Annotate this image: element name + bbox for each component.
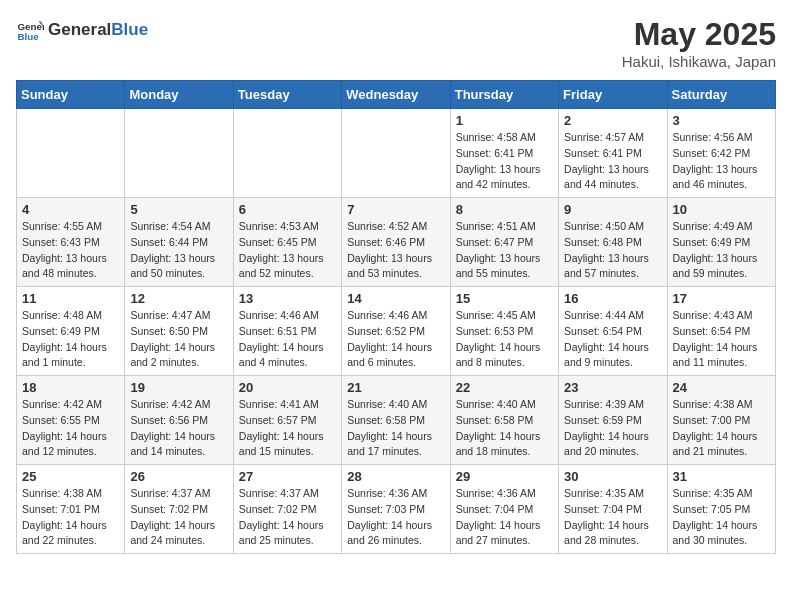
day-number: 14 [347,291,444,306]
day-info: Sunrise: 4:42 AM Sunset: 6:56 PM Dayligh… [130,397,227,460]
calendar-cell: 11Sunrise: 4:48 AM Sunset: 6:49 PM Dayli… [17,287,125,376]
calendar-week-row: 1Sunrise: 4:58 AM Sunset: 6:41 PM Daylig… [17,109,776,198]
day-info: Sunrise: 4:47 AM Sunset: 6:50 PM Dayligh… [130,308,227,371]
day-number: 12 [130,291,227,306]
calendar-cell: 28Sunrise: 4:36 AM Sunset: 7:03 PM Dayli… [342,465,450,554]
weekday-header: Sunday [17,81,125,109]
weekday-header: Tuesday [233,81,341,109]
calendar-cell: 21Sunrise: 4:40 AM Sunset: 6:58 PM Dayli… [342,376,450,465]
day-info: Sunrise: 4:49 AM Sunset: 6:49 PM Dayligh… [673,219,770,282]
day-number: 26 [130,469,227,484]
day-number: 1 [456,113,553,128]
calendar-cell: 26Sunrise: 4:37 AM Sunset: 7:02 PM Dayli… [125,465,233,554]
calendar-cell: 10Sunrise: 4:49 AM Sunset: 6:49 PM Dayli… [667,198,775,287]
weekday-header: Thursday [450,81,558,109]
calendar-cell: 6Sunrise: 4:53 AM Sunset: 6:45 PM Daylig… [233,198,341,287]
day-number: 22 [456,380,553,395]
day-info: Sunrise: 4:40 AM Sunset: 6:58 PM Dayligh… [347,397,444,460]
day-info: Sunrise: 4:36 AM Sunset: 7:03 PM Dayligh… [347,486,444,549]
calendar-week-row: 18Sunrise: 4:42 AM Sunset: 6:55 PM Dayli… [17,376,776,465]
title-area: May 2025 Hakui, Ishikawa, Japan [622,16,776,70]
day-info: Sunrise: 4:54 AM Sunset: 6:44 PM Dayligh… [130,219,227,282]
day-info: Sunrise: 4:43 AM Sunset: 6:54 PM Dayligh… [673,308,770,371]
calendar-cell: 24Sunrise: 4:38 AM Sunset: 7:00 PM Dayli… [667,376,775,465]
day-number: 2 [564,113,661,128]
calendar-cell [233,109,341,198]
day-number: 20 [239,380,336,395]
day-number: 7 [347,202,444,217]
day-info: Sunrise: 4:45 AM Sunset: 6:53 PM Dayligh… [456,308,553,371]
calendar-cell: 3Sunrise: 4:56 AM Sunset: 6:42 PM Daylig… [667,109,775,198]
day-info: Sunrise: 4:44 AM Sunset: 6:54 PM Dayligh… [564,308,661,371]
calendar-cell: 30Sunrise: 4:35 AM Sunset: 7:04 PM Dayli… [559,465,667,554]
page-header: General Blue GeneralBlue May 2025 Hakui,… [16,16,776,70]
day-number: 9 [564,202,661,217]
day-number: 31 [673,469,770,484]
day-info: Sunrise: 4:38 AM Sunset: 7:00 PM Dayligh… [673,397,770,460]
day-info: Sunrise: 4:35 AM Sunset: 7:05 PM Dayligh… [673,486,770,549]
calendar-cell: 20Sunrise: 4:41 AM Sunset: 6:57 PM Dayli… [233,376,341,465]
day-info: Sunrise: 4:40 AM Sunset: 6:58 PM Dayligh… [456,397,553,460]
svg-text:Blue: Blue [17,31,39,42]
day-info: Sunrise: 4:37 AM Sunset: 7:02 PM Dayligh… [239,486,336,549]
calendar-table: SundayMondayTuesdayWednesdayThursdayFrid… [16,80,776,554]
calendar-week-row: 4Sunrise: 4:55 AM Sunset: 6:43 PM Daylig… [17,198,776,287]
day-info: Sunrise: 4:58 AM Sunset: 6:41 PM Dayligh… [456,130,553,193]
day-info: Sunrise: 4:50 AM Sunset: 6:48 PM Dayligh… [564,219,661,282]
day-number: 3 [673,113,770,128]
day-info: Sunrise: 4:37 AM Sunset: 7:02 PM Dayligh… [130,486,227,549]
day-number: 24 [673,380,770,395]
calendar-cell: 27Sunrise: 4:37 AM Sunset: 7:02 PM Dayli… [233,465,341,554]
day-number: 15 [456,291,553,306]
weekday-header: Saturday [667,81,775,109]
calendar-cell: 19Sunrise: 4:42 AM Sunset: 6:56 PM Dayli… [125,376,233,465]
day-number: 6 [239,202,336,217]
logo: General Blue GeneralBlue [16,16,148,44]
day-info: Sunrise: 4:52 AM Sunset: 6:46 PM Dayligh… [347,219,444,282]
calendar-cell: 7Sunrise: 4:52 AM Sunset: 6:46 PM Daylig… [342,198,450,287]
day-info: Sunrise: 4:48 AM Sunset: 6:49 PM Dayligh… [22,308,119,371]
day-number: 4 [22,202,119,217]
calendar-cell: 1Sunrise: 4:58 AM Sunset: 6:41 PM Daylig… [450,109,558,198]
calendar-cell: 9Sunrise: 4:50 AM Sunset: 6:48 PM Daylig… [559,198,667,287]
day-number: 18 [22,380,119,395]
calendar-cell: 31Sunrise: 4:35 AM Sunset: 7:05 PM Dayli… [667,465,775,554]
calendar-cell: 22Sunrise: 4:40 AM Sunset: 6:58 PM Dayli… [450,376,558,465]
logo-icon: General Blue [16,16,44,44]
day-info: Sunrise: 4:46 AM Sunset: 6:51 PM Dayligh… [239,308,336,371]
calendar-cell: 5Sunrise: 4:54 AM Sunset: 6:44 PM Daylig… [125,198,233,287]
calendar-cell: 13Sunrise: 4:46 AM Sunset: 6:51 PM Dayli… [233,287,341,376]
calendar-cell: 2Sunrise: 4:57 AM Sunset: 6:41 PM Daylig… [559,109,667,198]
month-title: May 2025 [622,16,776,53]
calendar-cell: 25Sunrise: 4:38 AM Sunset: 7:01 PM Dayli… [17,465,125,554]
day-number: 30 [564,469,661,484]
day-number: 16 [564,291,661,306]
day-number: 25 [22,469,119,484]
location-title: Hakui, Ishikawa, Japan [622,53,776,70]
day-number: 10 [673,202,770,217]
calendar-cell: 8Sunrise: 4:51 AM Sunset: 6:47 PM Daylig… [450,198,558,287]
day-number: 8 [456,202,553,217]
calendar-cell: 29Sunrise: 4:36 AM Sunset: 7:04 PM Dayli… [450,465,558,554]
weekday-header: Monday [125,81,233,109]
calendar-cell: 18Sunrise: 4:42 AM Sunset: 6:55 PM Dayli… [17,376,125,465]
calendar-cell: 12Sunrise: 4:47 AM Sunset: 6:50 PM Dayli… [125,287,233,376]
calendar-cell: 15Sunrise: 4:45 AM Sunset: 6:53 PM Dayli… [450,287,558,376]
calendar-week-row: 25Sunrise: 4:38 AM Sunset: 7:01 PM Dayli… [17,465,776,554]
weekday-header: Wednesday [342,81,450,109]
day-number: 17 [673,291,770,306]
day-number: 27 [239,469,336,484]
calendar-header-row: SundayMondayTuesdayWednesdayThursdayFrid… [17,81,776,109]
logo-blue-text: Blue [111,20,148,39]
day-number: 28 [347,469,444,484]
day-number: 11 [22,291,119,306]
day-info: Sunrise: 4:46 AM Sunset: 6:52 PM Dayligh… [347,308,444,371]
day-number: 23 [564,380,661,395]
calendar-cell: 14Sunrise: 4:46 AM Sunset: 6:52 PM Dayli… [342,287,450,376]
day-number: 5 [130,202,227,217]
day-info: Sunrise: 4:36 AM Sunset: 7:04 PM Dayligh… [456,486,553,549]
logo-general-text: General [48,20,111,39]
day-info: Sunrise: 4:35 AM Sunset: 7:04 PM Dayligh… [564,486,661,549]
day-info: Sunrise: 4:53 AM Sunset: 6:45 PM Dayligh… [239,219,336,282]
day-number: 19 [130,380,227,395]
